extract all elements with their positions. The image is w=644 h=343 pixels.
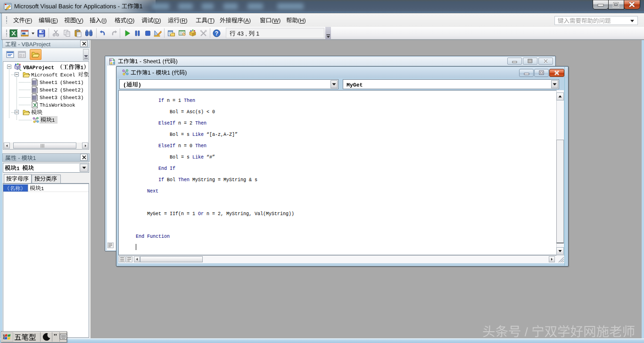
- svg-text:?: ?: [215, 30, 218, 37]
